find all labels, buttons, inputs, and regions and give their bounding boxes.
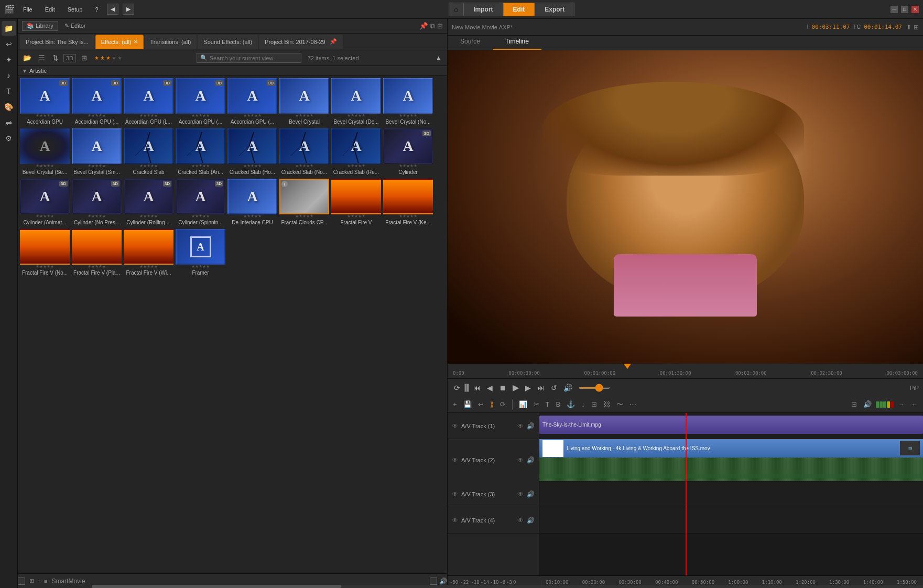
tl-add-track-icon[interactable]: +	[451, 399, 459, 409]
tl-right-arrow-icon[interactable]: →	[896, 399, 907, 409]
track2-content[interactable]: Living and Working - 4k Living & Working…	[539, 439, 923, 481]
effect-item-27[interactable]: A ★★★★★ Framer	[176, 229, 225, 277]
track4-visibility-icon[interactable]: 👁	[452, 517, 458, 524]
tab-effects-close[interactable]: ✕	[134, 39, 138, 45]
effect-item-19[interactable]: 3D A ★★★★★ Cylinder (Spinnin...	[176, 179, 225, 227]
tl-refresh-icon[interactable]: ⟳	[498, 399, 508, 409]
effect-item-7[interactable]: A ★★★★★ Bevel Crystal (No...	[383, 78, 433, 126]
tl-grid-icon[interactable]: ⊞	[589, 399, 599, 409]
pin-icon[interactable]: 📌	[419, 22, 428, 30]
tab-effects-all[interactable]: Effects: (all) ✕	[95, 35, 144, 49]
effect-item-16[interactable]: 3D A ★★★★★ Cylinder (Animat...	[20, 179, 70, 227]
tl-chain-icon[interactable]: ⛓	[601, 399, 612, 409]
tl-anchor-icon[interactable]: ⚓	[564, 399, 577, 409]
track3-visibility-icon[interactable]: 👁	[452, 491, 458, 498]
tl-save-icon[interactable]: 💾	[461, 399, 474, 409]
track2-eye-icon[interactable]: 👁	[517, 456, 524, 464]
skip-to-start-button[interactable]: ⏮	[471, 383, 483, 393]
effect-item-6[interactable]: A ★★★★★ Bevel Crystal (De...	[331, 78, 381, 126]
track1-visibility-icon[interactable]: 👁	[452, 422, 458, 430]
effect-item-21[interactable]: i ★★★★★ Fractal Clouds CP...	[279, 179, 329, 227]
stop-button[interactable]: ⏹	[497, 383, 508, 393]
maximize-button[interactable]: □	[901, 6, 908, 13]
prev-frame-button[interactable]: ◀	[485, 383, 495, 393]
tl-chart-icon[interactable]: 📊	[517, 399, 529, 409]
import-button[interactable]: Import	[463, 3, 503, 16]
track1-eye-icon[interactable]: 👁	[517, 422, 524, 430]
sm-check2[interactable]	[430, 578, 437, 585]
tab-transitions-all[interactable]: Transitions: (all)	[145, 35, 197, 49]
tl-ripple-icon[interactable]: ⟫	[488, 399, 496, 409]
tab-project-bin-sky[interactable]: Project Bin: The Sky is...	[20, 35, 94, 49]
sort-icon[interactable]: ⇅	[50, 53, 60, 63]
tl-undo-icon[interactable]: ↩	[476, 399, 486, 409]
track1-content[interactable]: The-Sky-is-the-Limit.mpg	[539, 413, 923, 439]
effect-item-0[interactable]: 3D A ★★★★★ Accordian GPU	[20, 78, 70, 126]
tab-editor[interactable]: ✎ Editor	[60, 21, 90, 30]
effect-item-20[interactable]: A ★★★★★ De-Interlace CPU	[227, 179, 277, 227]
sidebar-audio-icon[interactable]: ♪	[2, 68, 16, 83]
preview-ruler[interactable]: 0:00 00:00:30:00 00:01:00:00 00:01:30:00…	[448, 364, 923, 378]
view-toggle[interactable]: ⊞	[79, 53, 89, 63]
effect-item-13[interactable]: A ★★★★★ Cracked Slab (No...	[279, 128, 329, 177]
track1-clip[interactable]: The-Sky-is-the-Limit.mpg	[539, 416, 923, 434]
3d-toggle[interactable]: 3D	[63, 54, 76, 62]
folder-icon[interactable]: 📂	[21, 53, 34, 63]
effect-item-8[interactable]: A ★★★★★ Bevel Crystal (Se...	[20, 128, 70, 177]
effect-item-12[interactable]: A ★★★★★ Cracked Slab (Ho...	[227, 128, 277, 177]
sidebar-text-icon[interactable]: T	[2, 84, 16, 99]
sidebar-settings-icon[interactable]: ⚙	[2, 131, 16, 146]
tl-scissors-icon[interactable]: ✂	[531, 399, 541, 409]
edit-button[interactable]: Edit	[503, 3, 535, 16]
effect-item-10[interactable]: A ★★★★★ Cracked Slab	[124, 128, 173, 177]
effect-item-17[interactable]: 3D A ★★★★★ Cylinder (No Pres...	[72, 179, 122, 227]
preview-settings-icon[interactable]: ⊞	[914, 24, 919, 31]
effect-item-15[interactable]: 3D A ★★★★★ Cylinder	[383, 128, 433, 177]
loop-button[interactable]: ↺	[549, 383, 559, 393]
effect-item-9[interactable]: A ★★★★★ Bevel Crystal (Sm...	[72, 128, 122, 177]
sidebar-fx-icon[interactable]: ✦	[2, 52, 16, 67]
menu-edit[interactable]: Edit	[41, 4, 59, 15]
sidebar-transition-icon[interactable]: ⇌	[2, 115, 16, 130]
track3-content[interactable]	[539, 481, 923, 507]
float-icon[interactable]: ⧉	[430, 22, 435, 30]
scroll-up-icon[interactable]: ▲	[433, 53, 444, 63]
tl-bold-icon[interactable]: B	[554, 399, 563, 409]
effect-item-3[interactable]: 3D A ★★★★★ Accordian GPU (...	[176, 78, 225, 126]
volume-range[interactable]	[579, 387, 610, 389]
tl-more-icon[interactable]: ⋯	[627, 399, 638, 409]
tab-source[interactable]: Source	[448, 36, 493, 50]
tl-left-arrow-icon[interactable]: ←	[909, 399, 920, 409]
tab-project-bin-2017[interactable]: Project Bin: 2017-08-29 📌	[259, 35, 343, 49]
track4-eye-icon[interactable]: 👁	[517, 517, 524, 524]
nav-back-button[interactable]: ◀	[107, 4, 118, 15]
tl-arrow-down-icon[interactable]: ↓	[579, 399, 587, 409]
sm-btn-1[interactable]: ⊞	[29, 578, 34, 584]
sm-volume-icon[interactable]: 🔊	[439, 578, 447, 585]
effect-item-18[interactable]: 3D A ★★★★★ Cylinder (Rolling ...	[124, 179, 173, 227]
tab-timeline[interactable]: Timeline	[493, 36, 541, 50]
effect-item-2[interactable]: 3D A ★★★★★ Accordian GPU (L...	[124, 78, 173, 126]
tl-text-icon[interactable]: T	[544, 399, 552, 409]
tab-sound-effects-all[interactable]: Sound Effects: (all)	[198, 35, 258, 49]
track2-video-clip[interactable]: Living and Working - 4k Living & Working…	[539, 439, 923, 458]
menu-setup[interactable]: Setup	[63, 4, 87, 15]
track1-audio-icon[interactable]: 🔊	[527, 422, 535, 430]
tl-waveform-icon[interactable]: 〜	[614, 399, 625, 410]
track4-content[interactable]	[539, 507, 923, 533]
next-frame-button[interactable]: ▶	[523, 383, 533, 393]
minimize-button[interactable]: ─	[891, 6, 898, 13]
menu-file[interactable]: File	[19, 4, 37, 15]
effect-item-26[interactable]: ★★★★★ Fractal Fire V (Wi...	[124, 229, 173, 277]
menu-help[interactable]: ?	[91, 4, 102, 15]
effect-item-4[interactable]: 3D A ★★★★★ Accordian GPU (...	[227, 78, 277, 126]
preview-export-icon[interactable]: ⬆	[906, 24, 911, 31]
search-input[interactable]	[210, 55, 294, 61]
tl-expand-icon[interactable]: ⊞	[849, 399, 859, 409]
skip-to-end-button[interactable]: ⏭	[535, 383, 547, 393]
return-to-mark-button[interactable]: ⟳	[452, 383, 462, 393]
close-button[interactable]: ✕	[911, 6, 919, 13]
track3-audio-icon[interactable]: 🔊	[527, 491, 535, 498]
sidebar-color-icon[interactable]: 🎨	[2, 100, 16, 114]
effect-item-1[interactable]: 3D A ★★★★★ Accordian GPU (...	[72, 78, 122, 126]
